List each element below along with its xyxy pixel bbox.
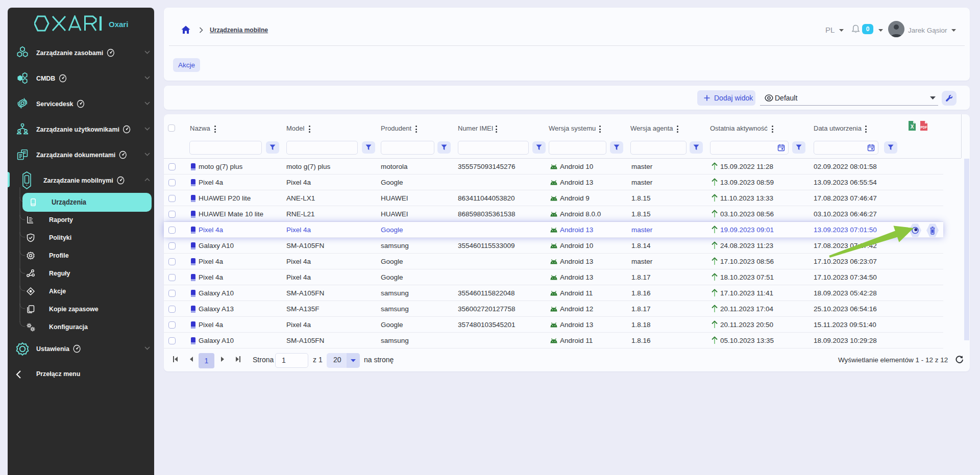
svg-text:X: X <box>911 124 914 130</box>
svg-text:PDF: PDF <box>921 126 927 129</box>
